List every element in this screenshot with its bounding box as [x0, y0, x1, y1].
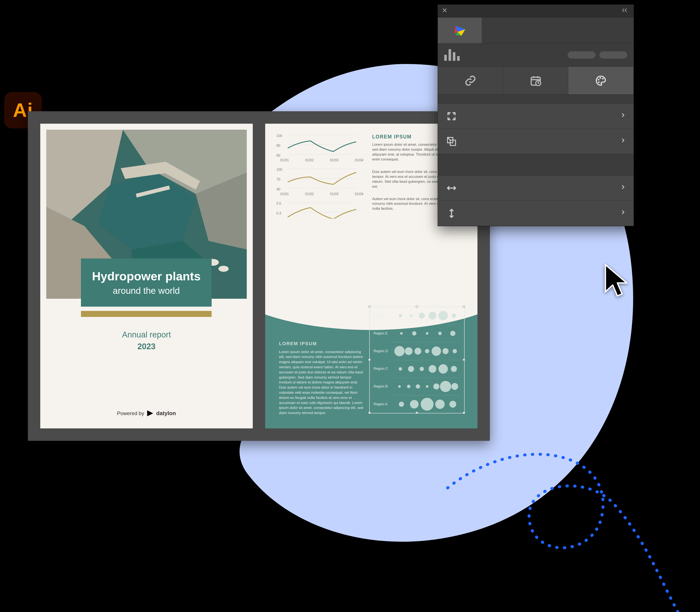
- expand-icon: [446, 111, 458, 122]
- chevron-right-icon: [620, 111, 626, 122]
- selection-handle[interactable]: [416, 412, 418, 414]
- cover-report-label: Annual report: [40, 330, 253, 339]
- cover-accent-bar: [81, 311, 212, 317]
- panel-tabs: [438, 67, 634, 95]
- bubble-row: Region D: [370, 342, 464, 360]
- green-heading: LOREM IPSUM: [279, 341, 365, 346]
- bubble-row: Region C: [370, 360, 464, 378]
- properties-panel: [438, 5, 634, 226]
- powered-by-wrap: Powered by datylon: [40, 410, 253, 417]
- tab-link[interactable]: [438, 67, 503, 94]
- bubble-row-label: Region D: [374, 349, 391, 353]
- bubble-row-label: Region B: [374, 385, 391, 388]
- row-expand[interactable]: [438, 103, 634, 129]
- green-section: LOREM IPSUM Lorem ipsum dolor sit amet, …: [265, 274, 478, 428]
- artboard-cover[interactable]: Hydropower plants around the world Annua…: [40, 124, 253, 428]
- bubble-row-label: Region F: [374, 314, 391, 318]
- layers-icon: [446, 136, 458, 147]
- panel-logo-row: [438, 17, 634, 43]
- cover-title-box: Hydropower plants around the world: [81, 259, 212, 307]
- green-text-block: LOREM IPSUM Lorem ipsum dolor sit amet, …: [279, 341, 365, 416]
- row-layers[interactable]: [438, 129, 634, 154]
- svg-point-23: [598, 81, 600, 83]
- bubble-row: Region E: [370, 325, 464, 343]
- bubble-row: Region F: [370, 307, 464, 325]
- green-body: Lorem ipsum dolor sit amet, consectetur …: [279, 349, 365, 416]
- svg-point-22: [602, 78, 604, 79]
- selection-handle[interactable]: [463, 306, 465, 308]
- bar-chart-icon[interactable]: [444, 49, 460, 61]
- svg-point-20: [598, 79, 599, 80]
- bubble-row-label: Region A: [374, 402, 391, 406]
- row-vertical[interactable]: [438, 201, 634, 226]
- selection-handle[interactable]: [416, 306, 418, 308]
- bubble-row: Region A: [370, 395, 464, 413]
- row-horizontal[interactable]: [438, 176, 634, 201]
- collapse-icon[interactable]: [621, 7, 630, 15]
- datylon-logo-icon: [147, 411, 153, 416]
- bubble-row: Region B: [370, 378, 464, 395]
- panel-chart-type-row: [438, 43, 634, 67]
- selection-handle[interactable]: [368, 306, 371, 308]
- tab-schedule[interactable]: [503, 67, 568, 94]
- vertical-arrows-icon: [446, 208, 458, 219]
- cover-subtitle: around the world: [113, 286, 180, 296]
- datylon-brand: datylon: [156, 410, 176, 417]
- selection-handle[interactable]: [368, 359, 371, 361]
- selection-handle[interactable]: [463, 359, 465, 361]
- chevron-right-icon: [620, 183, 626, 193]
- close-icon[interactable]: [442, 7, 448, 15]
- cover-title: Hydropower plants: [92, 269, 201, 283]
- cover-year: 2023: [40, 342, 253, 351]
- svg-point-2: [218, 266, 229, 272]
- illustrator-canvas-window: Hydropower plants around the world Annua…: [28, 111, 490, 441]
- bubble-row-label: Region C: [374, 367, 391, 371]
- panel-titlebar: [438, 5, 634, 17]
- bubble-chart-selection[interactable]: Region FRegion ERegion DRegion CRegion B…: [369, 306, 465, 414]
- tab-palette[interactable]: [568, 67, 634, 94]
- selection-handle[interactable]: [463, 412, 465, 414]
- mini-line-chart[interactable]: 1008060 01/0101/0201/0301/04: [279, 134, 365, 162]
- mini-line-chart[interactable]: 1007040 01/0101/0201/0301/04: [279, 168, 365, 196]
- selection-handle[interactable]: [368, 412, 371, 414]
- svg-point-21: [600, 77, 601, 79]
- plugin-logo-icon[interactable]: [438, 17, 482, 43]
- pill-button-1[interactable]: [568, 51, 595, 59]
- powered-by-label: Powered by: [117, 411, 144, 416]
- chevron-right-icon: [620, 208, 626, 219]
- dotted-path: [439, 439, 696, 612]
- pill-button-2[interactable]: [599, 51, 627, 59]
- bubble-row-label: Region E: [374, 332, 391, 335]
- chevron-right-icon: [620, 136, 626, 147]
- horizontal-arrows-icon: [446, 183, 458, 193]
